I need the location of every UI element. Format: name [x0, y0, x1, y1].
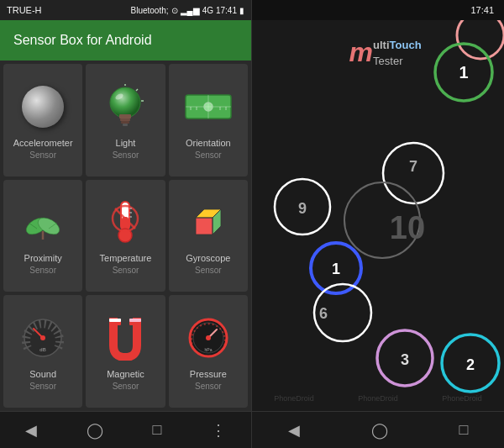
accelerometer-label: Accelerometer Sensor	[13, 137, 73, 161]
svg-text:dB: dB	[39, 347, 45, 352]
carrier-text: TRUE-H	[7, 5, 42, 15]
recent-button[interactable]: □	[139, 414, 176, 445]
left-phone: TRUE-H Bluetooth; ⊙ ▂▄▆ 4G 17:41 ▮ Senso…	[0, 0, 252, 448]
svg-text:hPa: hPa	[204, 347, 212, 352]
svg-text:3: 3	[401, 351, 409, 368]
gyroscope-label: Gyroscope Sensor	[186, 252, 230, 277]
svg-text:9: 9	[298, 200, 307, 217]
time-display: 17:41	[216, 6, 237, 15]
multitouch-logo: m ultiTouch Tester	[349, 37, 422, 69]
svg-rect-5	[123, 124, 128, 126]
svg-text:1: 1	[332, 261, 340, 277]
gyroscope-svg	[187, 201, 229, 243]
svg-text:2: 2	[466, 356, 475, 373]
svg-point-12	[204, 103, 213, 111]
watermark: PhoneDroid PhoneDroid PhoneDroid	[252, 394, 504, 403]
orientation-svg	[184, 92, 233, 122]
svg-text:6: 6	[319, 305, 328, 322]
svg-rect-42	[109, 319, 121, 322]
back-button[interactable]: ◀	[12, 414, 50, 446]
right-status-bar: 17:41	[252, 0, 504, 20]
pressure-icon: hPa	[183, 313, 234, 363]
sensor-temperature[interactable]: Temperature Sensor	[86, 180, 165, 293]
sensor-magnetic[interactable]: Magnetic Sensor	[86, 295, 165, 408]
signal-bars: ▂▄▆	[181, 6, 200, 15]
svg-rect-1	[119, 114, 131, 119]
svg-rect-43	[129, 319, 141, 322]
right-time: 17:41	[470, 5, 494, 15]
accel-ball	[22, 86, 64, 128]
svg-rect-2	[120, 119, 130, 121]
svg-point-0	[110, 87, 140, 118]
sound-label: Sound Sensor	[29, 368, 56, 393]
pressure-svg: hPa	[186, 316, 230, 360]
bluetooth-icon: Bluetooth;	[130, 6, 168, 15]
battery-icon: ▮	[239, 6, 244, 15]
app-header: Sensor Box for Android	[0, 20, 251, 61]
magnetic-icon	[100, 313, 150, 363]
right-home-button[interactable]: ◯	[358, 414, 402, 446]
watermark-mid: PhoneDroid	[358, 394, 398, 403]
sound-icon: dB	[18, 313, 68, 363]
accelerometer-icon	[18, 82, 68, 132]
sensor-grid: Accelerometer Sensor	[0, 61, 251, 411]
gyroscope-icon	[183, 197, 234, 247]
app-title: Sensor Box for Android	[13, 33, 152, 48]
light-label: Light Sensor	[113, 137, 139, 161]
sensor-accelerometer[interactable]: Accelerometer Sensor	[3, 64, 82, 177]
network-type: 4G	[202, 6, 213, 15]
wifi-icon: ⊙	[171, 6, 178, 15]
status-bar-right-info: Bluetooth; ⊙ ▂▄▆ 4G 17:41 ▮	[130, 6, 244, 15]
magnetic-label: Magnetic Sensor	[107, 368, 144, 393]
left-bottom-nav: ◀ ◯ □ ⋮	[0, 411, 251, 448]
watermark-left: PhoneDroid	[274, 394, 314, 403]
sensor-proximity[interactable]: Proximity Sensor	[3, 180, 82, 293]
sensor-sound[interactable]: dB Sound Sensor	[3, 295, 82, 408]
proximity-label: Proximity Sensor	[24, 252, 62, 277]
orientation-label: Orientation Sensor	[186, 137, 231, 161]
svg-marker-30	[196, 218, 213, 235]
svg-point-47	[206, 335, 211, 340]
temperature-label: Temperature Sensor	[100, 252, 152, 277]
light-icon	[100, 82, 150, 132]
temperature-svg	[108, 198, 142, 245]
watermark-right: PhoneDroid	[442, 394, 482, 403]
light-bulb-svg	[104, 84, 146, 129]
logo-text: ultiTouch Tester	[373, 37, 422, 69]
multitouch-area[interactable]: m ultiTouch Tester 1 7 10 9	[252, 20, 504, 411]
proximity-svg	[20, 199, 66, 245]
svg-text:7: 7	[409, 158, 417, 175]
temperature-icon	[100, 197, 150, 247]
sound-svg: dB	[21, 316, 65, 360]
svg-point-49	[457, 20, 504, 59]
orientation-icon	[183, 82, 234, 132]
right-bottom-nav: ◀ ◯ □	[252, 411, 504, 448]
svg-line-7	[136, 89, 138, 91]
pressure-label: Pressure Sensor	[190, 368, 227, 393]
magnetic-svg	[107, 315, 144, 361]
right-back-button[interactable]: ◀	[275, 414, 313, 446]
sensor-orientation[interactable]: Orientation Sensor	[169, 64, 248, 177]
status-bar-left: TRUE-H Bluetooth; ⊙ ▂▄▆ 4G 17:41 ▮	[0, 0, 251, 20]
right-recent-button[interactable]: □	[446, 414, 482, 445]
proximity-icon	[18, 197, 68, 247]
home-button[interactable]: ◯	[73, 414, 117, 446]
more-button[interactable]: ⋮	[197, 414, 239, 446]
status-bar-left-info: TRUE-H	[7, 5, 42, 15]
sensor-light[interactable]: Light Sensor	[86, 64, 165, 177]
right-phone: 17:41 m ultiTouch Tester 1 7	[252, 0, 504, 448]
svg-text:1: 1	[459, 63, 468, 82]
sensor-gyroscope[interactable]: Gyroscope Sensor	[169, 180, 248, 293]
touch-circles-svg: 1 7 10 9 1 6 3	[252, 20, 504, 407]
sensor-pressure[interactable]: hPa Pressure Sensor	[169, 295, 248, 408]
svg-rect-3	[121, 121, 129, 124]
svg-point-38	[40, 335, 45, 340]
svg-text:10: 10	[390, 210, 425, 245]
